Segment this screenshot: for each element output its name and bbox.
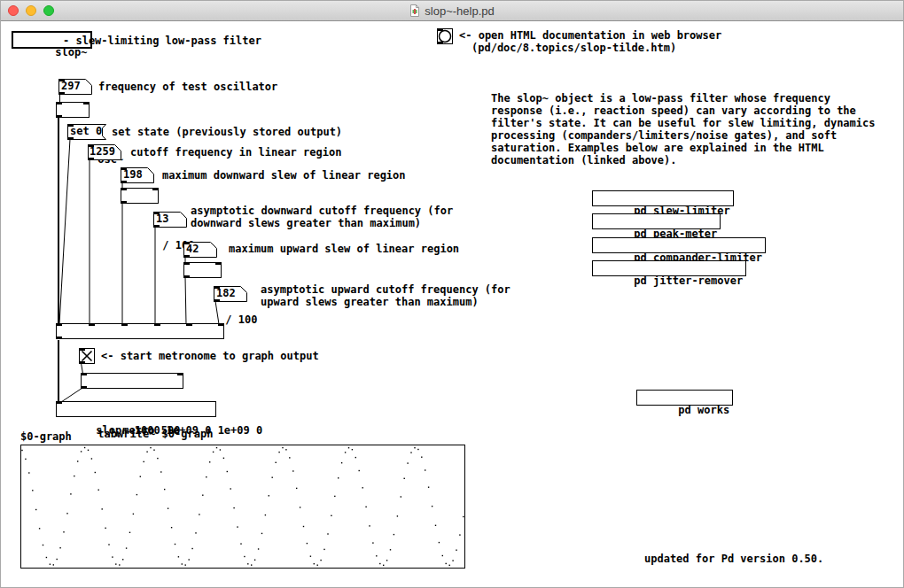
inlet-nub <box>56 323 62 326</box>
freq-comment: frequency of test oscillator <box>98 81 277 93</box>
patch-canvas: slop~ - slew-limiting low-pass filter <-… <box>1 21 904 588</box>
up-asym-value: 182 <box>216 287 236 299</box>
inlet-nub <box>121 188 127 190</box>
down-asym-value: 13 <box>156 213 168 225</box>
inlet-nub <box>56 401 62 404</box>
tabwrite-object[interactable]: tabwrite~ $0-graph <box>56 401 216 417</box>
version-comment: updated for Pd version 0.50. <box>644 553 823 565</box>
inlet-nub <box>215 262 222 265</box>
divide-a-object[interactable]: / 100 <box>121 188 159 204</box>
slop-description-comment: - slew-limiting low-pass filter <box>63 35 261 47</box>
tabwrite-label: tabwrite~ $0-graph <box>97 428 213 440</box>
inlet-nub <box>89 323 95 326</box>
doc-link-comment: <- open HTML documentation in web browse… <box>459 29 721 42</box>
freq-number-box[interactable]: 297 <box>58 79 92 95</box>
set-message-box[interactable]: set 0 <box>67 124 106 140</box>
inlet-nub <box>152 188 159 190</box>
inlet-nub <box>154 323 160 326</box>
inlet-nub <box>83 102 90 104</box>
inlet-nub <box>183 262 190 265</box>
up-asym-comment: asymptotic upward cutoff frequency (for … <box>261 283 510 308</box>
freq-value: 297 <box>61 80 81 92</box>
up-asym-number-box[interactable]: 182 <box>214 286 247 302</box>
divide-b-label: / 100 <box>225 313 257 326</box>
cutoff-number-box[interactable]: 1259 <box>88 144 121 160</box>
doc-path-comment: (pd/doc/8.topics/slop-tilde.htm) <box>471 42 676 54</box>
outlet-nub <box>56 337 62 339</box>
outlet-nub <box>183 275 190 278</box>
subpatch-jitter-remover[interactable]: pd jitter-remover <box>592 260 746 276</box>
open-docs-bang[interactable] <box>437 28 453 44</box>
down-slew-number-box[interactable]: 198 <box>121 167 154 183</box>
title-bar: slop~-help.pd <box>1 1 903 21</box>
inlet-nub <box>186 323 192 326</box>
outlet-nub <box>81 386 87 389</box>
metro-object[interactable]: metro 500 <box>81 373 183 389</box>
subpatch-label: pd jitter-remover <box>634 275 743 287</box>
metro-toggle[interactable] <box>79 348 95 364</box>
inlet-nub <box>218 323 224 326</box>
set-comment: set state (previously stored output) <box>112 126 342 138</box>
outlet-nub <box>121 201 127 204</box>
up-slew-value: 42 <box>186 243 199 255</box>
slop-main-object[interactable]: slop~ 1000 1e+09 0 1e+09 0 <box>56 323 224 339</box>
cutoff-value: 1259 <box>90 145 115 158</box>
osc-object[interactable]: osc~ <box>56 102 90 118</box>
up-slew-number-box[interactable]: 42 <box>183 242 217 258</box>
output-graph <box>20 445 465 569</box>
inlet-nub <box>177 373 183 375</box>
subpatch-peak-meter[interactable]: pd peak-meter <box>592 213 721 229</box>
help-paragraph: The slop~ object is a low-pass filter wh… <box>491 92 875 166</box>
inlet-nub <box>121 323 128 326</box>
pd-patch-window: slop~-help.pd slop~ - slew-limiting lo <box>0 0 904 588</box>
down-asym-number-box[interactable]: 13 <box>153 212 187 228</box>
down-slew-comment: maximum downward slew of linear region <box>162 169 406 182</box>
slop-title-label: slop~ <box>55 46 87 58</box>
subpatch-label: pd works <box>678 404 729 416</box>
down-asym-comment: asymptotic downward cutoff frequency (fo… <box>191 205 453 229</box>
window-title: slop~-help.pd <box>425 4 494 18</box>
down-slew-value: 198 <box>123 168 143 181</box>
subpatch-works[interactable]: pd works <box>636 390 733 406</box>
toggle-comment: <- start metronome to graph output <box>101 350 319 362</box>
up-slew-comment: maximum upward slew of linear region <box>229 243 459 255</box>
subpatch-compander-limiter[interactable]: pd compander-limiter <box>592 237 766 253</box>
graph-label: $0-graph <box>20 430 72 443</box>
document-icon <box>409 4 420 17</box>
subpatch-slew-limiter[interactable]: pd slew-limiter <box>592 190 734 206</box>
outlet-nub <box>56 115 62 118</box>
set-message-label: set 0 <box>70 125 102 137</box>
divide-b-object[interactable]: / 100 <box>183 262 222 278</box>
cutoff-comment: cutoff frequency in linear region <box>130 146 341 159</box>
inlet-nub <box>81 373 87 375</box>
inlet-nub <box>56 102 62 104</box>
